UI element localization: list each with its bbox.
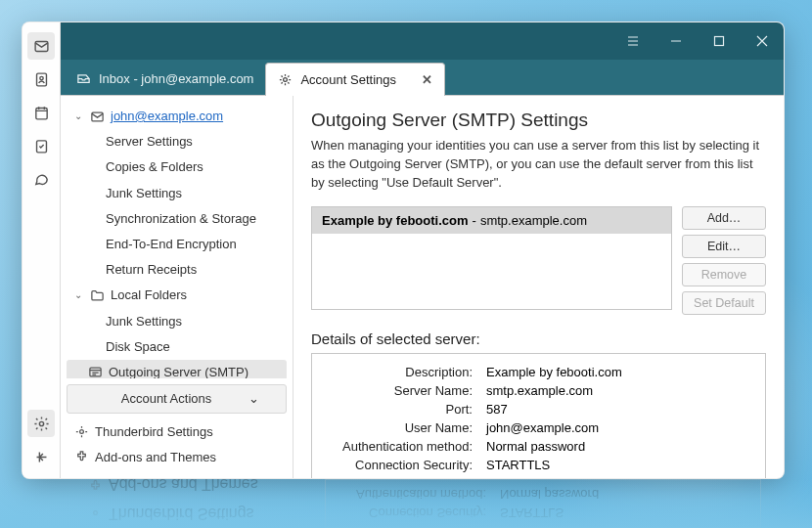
add-button[interactable]: Add…: [682, 206, 766, 230]
sidebar-item[interactable]: Disk Space: [67, 334, 287, 360]
svg-point-10: [80, 430, 84, 434]
rail-settings-icon[interactable]: [27, 410, 55, 437]
account-actions-dropdown[interactable]: Account Actions ⌄: [67, 384, 287, 414]
close-button[interactable]: [741, 22, 784, 60]
sidebar-item[interactable]: End-To-End Encryption: [67, 232, 287, 257]
edit-button[interactable]: Edit…: [682, 235, 766, 258]
chevron-down-icon: ⌄: [248, 391, 259, 406]
server-details: Description:Example by febooti.com Serve…: [311, 353, 766, 478]
rail-calendar-icon[interactable]: [27, 99, 55, 126]
tab-settings-label: Account Settings: [300, 72, 396, 87]
account-node[interactable]: ⌄ john@example.com: [67, 104, 287, 129]
chevron-down-icon: ⌄: [74, 288, 84, 302]
app-window: Inbox - john@example.com Account Setting…: [22, 22, 785, 479]
svg-point-5: [39, 421, 43, 425]
sidebar-item-smtp[interactable]: Outgoing Server (SMTP): [67, 360, 287, 378]
smtp-label: Outgoing Server (SMTP): [109, 364, 248, 378]
sidebar-item[interactable]: Copies & Folders: [67, 154, 287, 180]
smtp-server-item[interactable]: Example by febooti.com - smtp.example.co…: [312, 207, 671, 234]
hamburger-icon[interactable]: [611, 22, 654, 60]
account-actions-label: Account Actions: [121, 391, 212, 406]
sidebar-item[interactable]: Return Receipts: [67, 257, 287, 283]
page-title: Outgoing Server (SMTP) Settings: [311, 110, 766, 131]
svg-point-2: [39, 76, 42, 79]
account-sidebar: ⌄ john@example.com Server Settings Copie…: [61, 96, 293, 478]
sidebar-item[interactable]: Server Settings: [67, 129, 287, 154]
close-icon[interactable]: ✕: [422, 72, 432, 87]
smtp-server-list[interactable]: Example by febooti.com - smtp.example.co…: [311, 206, 672, 310]
page-description: When managing your identities you can us…: [311, 137, 766, 193]
chevron-down-icon: ⌄: [74, 110, 84, 123]
addons-link[interactable]: Add-ons and Themes: [67, 445, 287, 470]
local-folders-label: Local Folders: [111, 286, 187, 304]
rail-addressbook-icon[interactable]: [27, 66, 55, 93]
local-folders-node[interactable]: ⌄ Local Folders: [67, 283, 287, 308]
rail-chat-icon[interactable]: [27, 165, 55, 193]
left-rail: [23, 22, 61, 478]
rail-tasks-icon[interactable]: [27, 132, 55, 159]
rail-collapse-icon[interactable]: [27, 443, 55, 470]
sidebar-item[interactable]: Synchronization & Storage: [67, 206, 287, 232]
sidebar-item[interactable]: Junk Settings: [67, 181, 287, 206]
minimize-button[interactable]: [654, 22, 698, 60]
tab-inbox[interactable]: Inbox - john@example.com: [61, 62, 265, 95]
maximize-button[interactable]: [698, 22, 741, 60]
account-email: john@example.com: [111, 108, 223, 125]
titlebar: [61, 22, 784, 60]
set-default-button: Set Default: [682, 291, 766, 315]
tab-account-settings[interactable]: Account Settings ✕: [265, 63, 445, 96]
content-area: ⌄ john@example.com Server Settings Copie…: [61, 95, 784, 478]
settings-panel: Outgoing Server (SMTP) Settings When man…: [293, 96, 784, 478]
thunderbird-settings-link[interactable]: Thunderbird Settings: [67, 419, 287, 445]
svg-rect-6: [715, 37, 724, 46]
main-area: Inbox - john@example.com Account Setting…: [61, 22, 784, 478]
tab-strip: Inbox - john@example.com Account Setting…: [61, 60, 784, 95]
details-heading: Details of selected server:: [311, 330, 766, 347]
sidebar-item[interactable]: Junk Settings: [67, 309, 287, 334]
svg-rect-3: [35, 108, 46, 118]
remove-button: Remove: [682, 263, 766, 286]
svg-point-7: [284, 78, 288, 82]
tab-inbox-label: Inbox - john@example.com: [99, 71, 253, 86]
rail-mail-icon[interactable]: [27, 32, 55, 60]
